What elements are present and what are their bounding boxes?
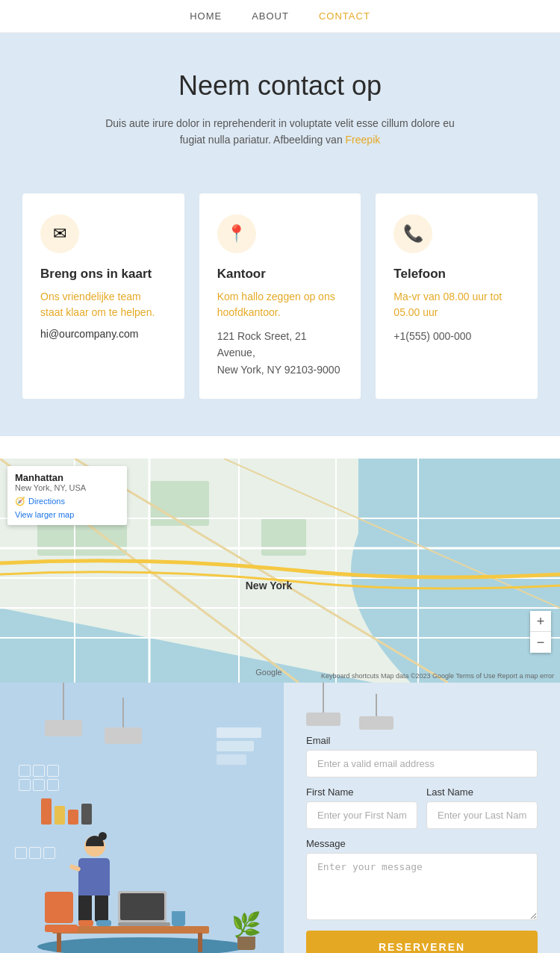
email-group: Email — [306, 735, 538, 777]
map-zoom-controls: + − — [530, 611, 551, 653]
map-section: New York Google Manhattan New York, NY, … — [0, 459, 560, 683]
name-row: First Name Last Name — [306, 786, 538, 829]
location-icon: 📍 — [217, 214, 256, 253]
view-larger-map[interactable]: View larger map — [15, 510, 119, 519]
lamp-left — [45, 683, 82, 744]
coffee-cup — [172, 911, 185, 926]
lastname-input[interactable] — [426, 801, 538, 829]
map-state: New York, NY, USA — [15, 483, 119, 492]
phone-icon: 📞 — [393, 214, 432, 253]
contact-illustration: 🌿 — [0, 683, 284, 953]
card-office-highlight: Kom hallo zeggen op ons hoofdkantoor. — [217, 289, 343, 320]
svg-rect-3 — [261, 518, 306, 556]
desk-leg-left — [57, 933, 61, 952]
cards-section: ✉ Breng ons in kaart Ons vriendelijke te… — [0, 179, 560, 436]
card-office-title: Kantoor — [217, 267, 343, 282]
desk-platform — [37, 937, 246, 953]
card-phone-title: Telefoon — [393, 267, 520, 282]
card-office-address2: New York, NY 92103-9000 — [217, 361, 343, 378]
lamp-right — [105, 698, 142, 744]
plant: 🌿 — [231, 913, 261, 950]
grid-shapes-bottom — [15, 847, 55, 859]
desk-leg-right — [198, 933, 202, 952]
navigation: HOME ABOUT CONTACT — [0, 0, 560, 33]
map-infobox: Manhattan New York, NY, USA 🧭 Directions… — [7, 466, 127, 525]
card-office: 📍 Kantoor Kom hallo zeggen op ons hoofdk… — [199, 193, 361, 399]
hero-section: Neem contact op Duis aute irure dolor in… — [0, 33, 560, 179]
email-input[interactable] — [306, 750, 538, 777]
card-email-highlight: Ons vriendelijke team staat klaar om te … — [40, 289, 167, 320]
card-phone-highlight: Ma-vr van 08.00 uur tot 05.00 uur — [393, 289, 520, 320]
card-phone: 📞 Telefoon Ma-vr van 08.00 uur tot 05.00… — [376, 193, 538, 399]
directions-button[interactable]: 🧭 Directions — [15, 497, 119, 506]
nav-home[interactable]: HOME — [190, 10, 222, 22]
color-blocks — [41, 798, 92, 825]
firstname-input[interactable] — [306, 801, 417, 829]
form-lamps — [306, 683, 393, 730]
chair — [45, 892, 78, 932]
laptop — [118, 891, 170, 926]
hero-description: Duis aute irure dolor in reprehenderit i… — [93, 115, 467, 149]
firstname-label: First Name — [306, 786, 417, 798]
message-input[interactable] — [306, 853, 538, 920]
message-group: Message — [306, 838, 538, 920]
firstname-group: First Name — [306, 786, 417, 829]
card-email: ✉ Breng ons in kaart Ons vriendelijke te… — [22, 193, 184, 399]
map-footer: Keyboard shortcuts Map data ©2023 Google… — [321, 672, 554, 680]
card-email-address: hi@ourcompany.com — [40, 328, 167, 340]
svg-text:New York: New York — [246, 580, 293, 592]
map-city: Manhattan — [15, 472, 119, 483]
page-title: Neem contact op — [30, 70, 530, 102]
nav-about[interactable]: ABOUT — [252, 10, 289, 22]
submit-button[interactable]: RESERVEREN — [306, 931, 538, 953]
email-icon: ✉ — [40, 214, 79, 253]
card-phone-number: +1(555) 000-000 — [393, 328, 520, 344]
message-label: Message — [306, 838, 538, 849]
lastname-group: Last Name — [426, 786, 538, 829]
zoom-out-button[interactable]: − — [530, 632, 551, 653]
grid-shapes-top — [19, 765, 59, 791]
card-office-address1: 121 Rock Sreet, 21 Avenue, — [217, 328, 343, 361]
freepik-link[interactable]: Freepik — [346, 134, 381, 146]
lastname-label: Last Name — [426, 786, 538, 798]
nav-contact[interactable]: CONTACT — [319, 10, 370, 22]
card-email-title: Breng ons in kaart — [40, 267, 167, 282]
directions-icon: 🧭 — [15, 497, 25, 506]
svg-text:Google: Google — [255, 668, 281, 677]
person-figure — [78, 836, 111, 926]
contact-form-section: 🌿 Email First Name — [0, 683, 560, 953]
decorative-shapes — [217, 727, 261, 765]
email-label: Email — [306, 735, 538, 746]
zoom-in-button[interactable]: + — [530, 611, 551, 632]
contact-form: Email First Name Last Name Message RESER… — [284, 683, 560, 953]
